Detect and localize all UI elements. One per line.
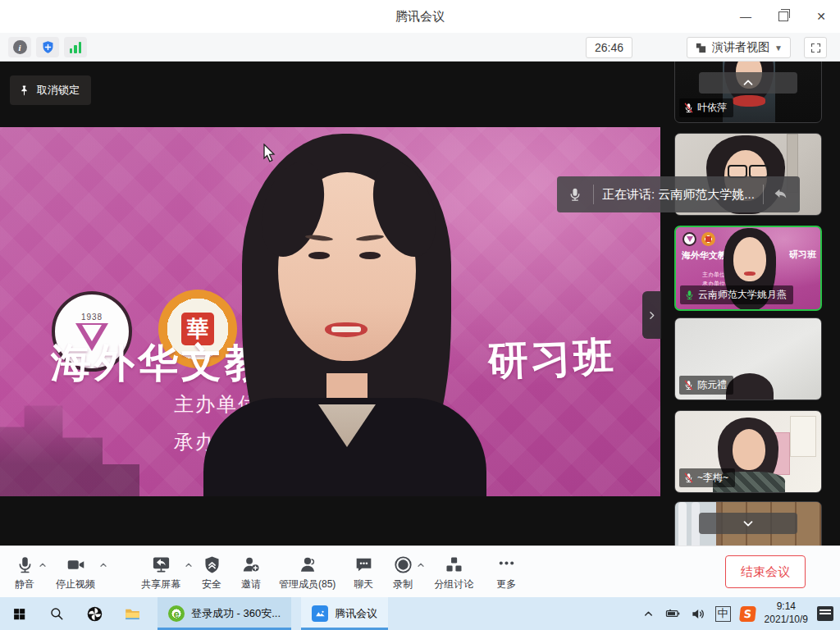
record-options-caret[interactable] — [416, 560, 426, 570]
invite-button[interactable]: 邀请 — [241, 553, 261, 591]
mic-muted-icon — [683, 380, 694, 390]
background-window — [790, 416, 816, 457]
participant-name: ~李梅~ — [697, 471, 728, 485]
security-status-button[interactable] — [36, 37, 59, 57]
mouse-cursor — [262, 144, 277, 165]
breakout-rooms-button[interactable]: 分组讨论 — [434, 553, 473, 591]
slide-building-graphic — [0, 390, 139, 496]
participant-name-badge: 陈元禮 — [679, 376, 733, 395]
manage-members-button[interactable]: 管理成员(85) — [279, 553, 336, 591]
security-button[interactable]: 安全 — [202, 553, 221, 591]
pin-icon — [18, 84, 30, 97]
360-browser-icon: e — [168, 605, 185, 622]
input-method-indicator[interactable]: 中 — [715, 606, 731, 622]
chat-button[interactable]: 聊天 — [354, 553, 373, 591]
chat-icon — [354, 555, 373, 574]
folder-icon — [124, 605, 141, 623]
sidebar-collapse-handle[interactable] — [642, 291, 661, 339]
participant-tile[interactable]: 陈元禮 — [674, 317, 822, 400]
speaker-view-icon — [695, 42, 707, 54]
share-screen-button[interactable]: 共享屏幕 — [141, 553, 180, 591]
mini-org-line1: 主办单位 — [702, 271, 725, 279]
chevron-right-icon — [646, 309, 658, 322]
seal-year: 1938 — [81, 313, 103, 322]
invite-person-icon — [241, 555, 261, 574]
volume-icon[interactable] — [691, 606, 706, 622]
presenter-eye-right — [359, 252, 381, 259]
microphone-icon — [568, 187, 582, 202]
ellipsis-icon — [497, 554, 516, 573]
taskbar-search-button[interactable] — [38, 597, 75, 630]
restore-button[interactable] — [765, 0, 802, 33]
view-switcher-label: 演讲者视图 — [712, 40, 769, 55]
control-bar: 静音 停止视频 共享屏幕 安全 邀请 管理成员(85) 聊天 — [0, 546, 840, 597]
end-meeting-button[interactable]: 结束会议 — [725, 555, 806, 588]
mini-hua-logo — [701, 232, 715, 246]
meeting-info-button[interactable]: i — [8, 37, 31, 57]
network-quality-button[interactable] — [64, 37, 87, 57]
minimize-button[interactable]: — — [727, 0, 765, 33]
unpin-label: 取消锁定 — [37, 83, 80, 98]
unpin-button[interactable]: 取消锁定 — [10, 75, 91, 105]
mini-banner-left: 海外华文教 — [682, 249, 727, 262]
system-tray: 中 S 9:14 2021/10/9 — [637, 597, 840, 630]
participant-scarf — [733, 95, 765, 107]
tencent-meeting-glyph — [314, 608, 326, 620]
action-center-icon[interactable] — [817, 606, 833, 621]
tray-date: 2021/10/9 — [765, 614, 808, 627]
participant-tile[interactable]: ~李梅~ — [674, 410, 822, 493]
window-title: 腾讯会议 — [0, 0, 840, 33]
fullscreen-icon — [810, 42, 822, 54]
windows-logo-icon — [12, 607, 26, 621]
participant-name-badge: 叶依萍 — [679, 98, 733, 117]
mic-muted-icon — [683, 103, 694, 113]
tray-expand-chevron[interactable] — [642, 608, 655, 620]
participant-name: 云南师范大学姚月燕 — [698, 288, 787, 302]
taskbar-window-title: 腾讯会议 — [335, 606, 377, 621]
participant-name-badge: 云南师范大学姚月燕 — [680, 285, 793, 304]
more-label: 更多 — [496, 578, 516, 591]
file-explorer-button[interactable] — [113, 597, 151, 630]
more-button[interactable]: 更多 — [496, 553, 516, 591]
slide-banner-left: 海外华文教 — [51, 336, 268, 390]
stop-video-label: 停止视频 — [56, 578, 95, 591]
taskbar-clock[interactable]: 9:14 2021/10/9 — [765, 600, 808, 626]
fullscreen-button[interactable] — [804, 37, 827, 58]
close-button[interactable]: ✕ — [802, 0, 840, 33]
meeting-content: 1938 華 海外华文教 研习班 主办单位 承办单位: — [0, 62, 840, 546]
chat-label: 聊天 — [354, 578, 373, 591]
view-switcher-button[interactable]: 演讲者视图 ▼ — [687, 37, 791, 58]
taskbar-app-pinwheel[interactable] — [75, 597, 113, 630]
scroll-down-button[interactable] — [699, 513, 797, 534]
mute-button[interactable]: 静音 — [15, 553, 34, 591]
signal-bars-icon — [70, 42, 82, 53]
stop-video-button[interactable]: 停止视频 — [56, 553, 95, 591]
share-screen-label: 共享屏幕 — [141, 578, 180, 591]
slide-banner-right: 研习班 — [487, 330, 617, 388]
meeting-toolbar: i 26:46 演讲者视图 ▼ — [0, 33, 840, 62]
participant-lips — [744, 272, 756, 276]
participant-name: 叶依萍 — [697, 101, 727, 115]
meeting-timer: 26:46 — [586, 37, 632, 58]
sogou-input-icon[interactable]: S — [739, 606, 756, 622]
participant-tile-active-speaker[interactable]: 海外华文教 研习班 主办单位 承办单位 云南师范大学姚月燕 — [674, 226, 822, 311]
info-icon: i — [13, 40, 27, 54]
reply-arrow-button[interactable] — [773, 187, 788, 203]
taskbar-window-360-browser[interactable]: e 登录成功 - 360安... — [158, 597, 291, 630]
mic-active-icon — [684, 290, 695, 300]
camera-icon — [66, 555, 86, 574]
manage-members-label: 管理成员(85) — [279, 578, 336, 591]
share-screen-icon — [151, 555, 171, 574]
battery-icon[interactable] — [664, 606, 682, 621]
participant-sidebar: 叶依萍 海外华文教 研习班 主办单位 承办单位 — [674, 62, 824, 546]
share-options-caret[interactable] — [184, 560, 194, 570]
scroll-up-button[interactable] — [699, 72, 797, 94]
mic-options-caret[interactable] — [38, 560, 48, 570]
record-icon — [394, 555, 413, 574]
taskbar-window-tencent-meeting[interactable]: 腾讯会议 — [301, 597, 388, 630]
video-options-caret[interactable] — [98, 560, 108, 570]
record-button[interactable]: 录制 — [393, 553, 413, 591]
start-button[interactable] — [0, 597, 38, 630]
mini-banner-right: 研习班 — [789, 249, 816, 261]
window-controls: — ✕ — [727, 0, 840, 33]
